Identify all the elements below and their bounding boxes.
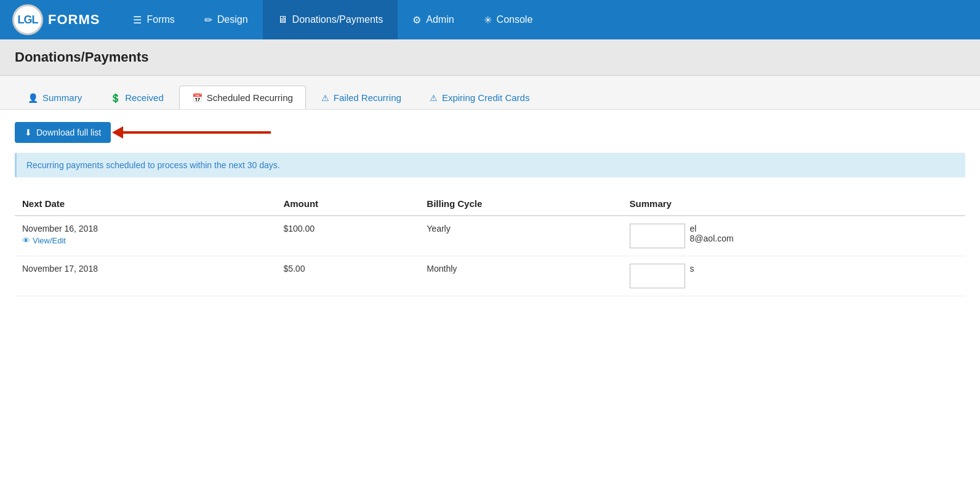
row2-billing-cycle: Monthly [419, 256, 622, 296]
tab-received-label: Received [125, 92, 164, 103]
page-header: Donations/Payments [0, 39, 980, 76]
table-row: November 17, 2018 $5.00 Monthly s [15, 256, 965, 296]
failed-tab-icon: ⚠ [321, 93, 329, 103]
col-billing-cycle: Billing Cycle [419, 192, 622, 216]
nav-admin[interactable]: ⚙ Admin [398, 0, 468, 39]
col-amount: Amount [276, 192, 419, 216]
info-text: Recurring payments scheduled to process … [26, 160, 280, 170]
row1-view-edit[interactable]: 👁 View/Edit [22, 236, 268, 245]
tab-received[interactable]: 💲 Received [97, 86, 177, 109]
forms-icon: ☰ [133, 14, 142, 26]
nav-items: ☰ Forms ✏ Design 🖥 Donations/Payments ⚙ … [118, 0, 968, 39]
design-icon: ✏ [204, 14, 212, 26]
tab-summary-label: Summary [42, 92, 82, 103]
nav-donations-payments[interactable]: 🖥 Donations/Payments [263, 0, 398, 39]
tab-expiring-credit-cards[interactable]: ⚠ Expiring Credit Cards [417, 86, 543, 109]
logo-icon: LGL [12, 4, 43, 35]
download-row: ⬇ Download full list [15, 122, 965, 143]
eye-icon: 👁 [22, 236, 30, 245]
row1-next-date-cell: November 16, 2018 👁 View/Edit [15, 216, 276, 256]
row1-summary-text: el 8@aol.com [690, 224, 734, 243]
download-icon: ⬇ [25, 128, 32, 137]
arrow-annotation [123, 131, 271, 134]
row1-email: 8@aol.com [690, 233, 734, 243]
table-body: November 16, 2018 👁 View/Edit $100.00 Ye… [15, 216, 965, 296]
tab-failed-label: Failed Recurring [334, 92, 401, 103]
tab-failed-recurring[interactable]: ⚠ Failed Recurring [308, 86, 414, 109]
admin-icon: ⚙ [412, 14, 421, 26]
tabs-container: 👤 Summary 💲 Received 📅 Scheduled Recurri… [0, 76, 980, 110]
scheduled-recurring-table: Next Date Amount Billing Cycle Summary N… [15, 192, 965, 296]
row1-billing-cycle: Yearly [419, 216, 622, 256]
download-btn-label: Download full list [36, 128, 101, 137]
table-header: Next Date Amount Billing Cycle Summary [15, 192, 965, 216]
row1-summary: el 8@aol.com [622, 216, 965, 256]
top-navigation: LGL FORMS ☰ Forms ✏ Design 🖥 Donations/P… [0, 0, 980, 39]
info-banner: Recurring payments scheduled to process … [15, 153, 965, 177]
download-full-list-button[interactable]: ⬇ Download full list [15, 122, 111, 143]
nav-donations-label: Donations/Payments [292, 14, 384, 25]
console-icon: ✳ [484, 14, 492, 26]
arrow-head [112, 126, 123, 139]
received-tab-icon: 💲 [110, 93, 121, 103]
nav-console[interactable]: ✳ Console [469, 0, 548, 39]
row2-summary: s [622, 256, 965, 296]
tab-expiring-label: Expiring Credit Cards [442, 92, 530, 103]
nav-design[interactable]: ✏ Design [190, 0, 263, 39]
row1-amount: $100.00 [276, 216, 419, 256]
page-title: Donations/Payments [15, 49, 965, 65]
row1-date: November 16, 2018 [22, 224, 268, 233]
col-next-date: Next Date [15, 192, 276, 216]
nav-design-label: Design [217, 14, 248, 25]
tab-summary[interactable]: 👤 Summary [15, 86, 95, 109]
tab-scheduled-recurring[interactable]: 📅 Scheduled Recurring [179, 86, 306, 109]
row2-summary-cell: s [630, 264, 958, 288]
scheduled-tab-icon: 📅 [192, 93, 203, 103]
donations-icon: 🖥 [278, 14, 287, 25]
row2-summary-text: s [690, 264, 694, 274]
tab-scheduled-label: Scheduled Recurring [207, 92, 293, 103]
row1-redacted-box [630, 224, 685, 248]
nav-forms-label: Forms [147, 14, 174, 25]
table-row: November 16, 2018 👁 View/Edit $100.00 Ye… [15, 216, 965, 256]
row2-redacted-box [630, 264, 685, 288]
expiring-tab-icon: ⚠ [430, 93, 438, 103]
logo-area[interactable]: LGL FORMS [12, 4, 100, 35]
nav-forms[interactable]: ☰ Forms [118, 0, 189, 39]
view-edit-label: View/Edit [33, 236, 66, 245]
col-summary: Summary [622, 192, 965, 216]
row2-next-date-cell: November 17, 2018 [15, 256, 276, 296]
logo-forms-label: FORMS [48, 12, 100, 28]
row2-amount: $5.00 [276, 256, 419, 296]
content-area: ⬇ Download full list Recurring payments … [0, 110, 980, 309]
summary-tab-icon: 👤 [28, 93, 38, 103]
row1-name: el [690, 224, 734, 233]
row1-summary-cell: el 8@aol.com [630, 224, 958, 248]
row2-date: November 17, 2018 [22, 264, 268, 274]
nav-console-label: Console [497, 14, 533, 25]
nav-admin-label: Admin [426, 14, 454, 25]
